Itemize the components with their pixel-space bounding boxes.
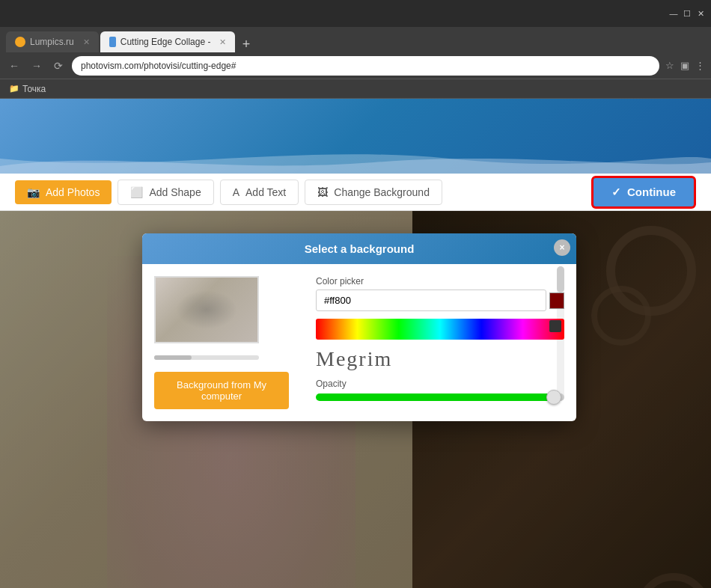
page-content: 📷 Add Photos ⬜ Add Shape A Add Text 🖼 Ch… [0, 99, 711, 588]
continue-button[interactable]: ✓ Continue [591, 176, 696, 209]
address-input[interactable] [72, 56, 659, 76]
continue-check-icon: ✓ [611, 186, 621, 199]
add-text-label: Add Text [245, 186, 286, 198]
new-tab-button[interactable]: + [237, 37, 257, 52]
minimize-button[interactable]: — [669, 9, 678, 18]
modal-title: Select a background [305, 242, 415, 255]
tab-bar: Lumpics.ru ✕ Cutting Edge Collage - Fun … [0, 27, 711, 52]
change-bg-label: Change Background [334, 186, 430, 198]
add-shape-label: Add Shape [149, 186, 201, 198]
color-gradient-bar[interactable] [316, 319, 564, 340]
color-input[interactable] [316, 290, 546, 311]
bookmark-tochka[interactable]: 📁 Точка [9, 84, 46, 94]
add-photos-button[interactable]: 📷 Add Photos [15, 180, 112, 204]
thumbnail-spots [156, 278, 257, 342]
add-text-button[interactable]: A Add Text [220, 180, 299, 205]
scrollbar-thumb[interactable] [154, 355, 192, 360]
opacity-slider-wrap [316, 393, 564, 401]
thumbnail-image [156, 278, 257, 342]
font-preview: Megrim [316, 347, 564, 371]
color-input-wrap [316, 290, 564, 311]
forward-button[interactable]: → [28, 57, 45, 75]
opacity-thumb[interactable] [546, 390, 561, 405]
tab-photovisi-label: Cutting Edge Collage - Fun | Pho... [120, 37, 210, 47]
select-background-modal: Select a background × [142, 233, 576, 421]
add-text-icon: A [233, 186, 239, 198]
change-bg-icon: 🖼 [317, 186, 328, 198]
add-shape-icon: ⬜ [130, 186, 143, 198]
color-swatch[interactable] [549, 293, 564, 309]
tab-photovisi[interactable]: Cutting Edge Collage - Fun | Pho... ✕ [100, 31, 235, 52]
modal-header: Select a background × [142, 233, 576, 264]
photovisi-favicon [109, 37, 116, 47]
modal-scrollbar-thumb[interactable] [557, 266, 564, 293]
bookmark-bar: 📁 Точка [0, 79, 711, 99]
title-bar: — ☐ ✕ [0, 0, 711, 27]
modal-body: Background from My computer Color picker [142, 264, 576, 421]
bookmark-folder-icon: 📁 [9, 84, 19, 94]
extensions-icon[interactable]: ▣ [680, 60, 689, 71]
add-photos-icon: 📷 [27, 186, 40, 198]
main-area: Baddest Cat Select a background × [0, 211, 711, 588]
refresh-button[interactable]: ⟳ [51, 57, 66, 75]
continue-label: Continue [627, 186, 676, 198]
opacity-slider[interactable] [316, 393, 564, 401]
background-from-computer-button[interactable]: Background from My computer [154, 372, 289, 409]
color-gradient-section [316, 319, 564, 340]
modal-overlay: Select a background × [0, 211, 711, 588]
add-photos-label: Add Photos [46, 186, 100, 198]
background-preview-thumbnail [154, 276, 259, 343]
color-picker-section: Color picker [316, 276, 564, 311]
opacity-row: Opacity 1 [316, 379, 564, 389]
address-bar: ← → ⟳ ☆ ▣ ⋮ [0, 52, 711, 79]
page-header [0, 99, 711, 174]
change-background-button[interactable]: 🖼 Change Background [305, 180, 442, 205]
address-bar-icons: ☆ ▣ ⋮ [665, 60, 705, 71]
thumbnail-scrollbar[interactable] [154, 355, 259, 360]
tab-lumpics[interactable]: Lumpics.ru ✕ [6, 31, 99, 52]
thumbnail-spot1 [176, 290, 237, 329]
add-shape-button[interactable]: ⬜ Add Shape [118, 180, 213, 205]
browser-chrome: — ☐ ✕ Lumpics.ru ✕ Cutting Edge Collage … [0, 0, 711, 99]
toolbar: 📷 Add Photos ⬜ Add Shape A Add Text 🖼 Ch… [0, 174, 711, 211]
back-button[interactable]: ← [6, 57, 22, 75]
bookmark-tochka-label: Точка [22, 84, 46, 94]
tab-lumpics-close[interactable]: ✕ [83, 37, 90, 47]
close-button[interactable]: ✕ [696, 9, 705, 18]
bookmark-star-icon[interactable]: ☆ [665, 60, 674, 71]
menu-icon[interactable]: ⋮ [695, 60, 705, 71]
modal-close-button[interactable]: × [554, 239, 570, 256]
title-bar-buttons: — ☐ ✕ [669, 9, 705, 18]
tab-lumpics-label: Lumpics.ru [30, 37, 74, 47]
maximize-button[interactable]: ☐ [683, 9, 692, 18]
modal-left-panel: Background from My computer [154, 276, 304, 409]
tab-photovisi-close[interactable]: ✕ [219, 37, 226, 47]
lumpics-favicon [15, 37, 25, 47]
opacity-label: Opacity [316, 379, 347, 389]
modal-right-panel: Color picker [316, 276, 564, 409]
color-picker-label: Color picker [316, 276, 564, 287]
color-gradient-indicator[interactable] [549, 320, 561, 332]
opacity-section: Opacity 1 [316, 379, 564, 401]
